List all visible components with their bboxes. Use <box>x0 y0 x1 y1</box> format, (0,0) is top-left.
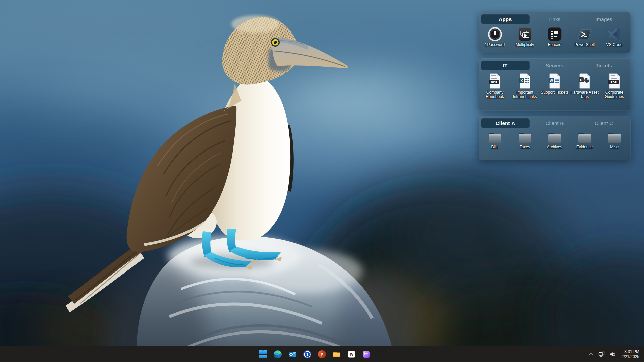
outlook-button[interactable] <box>285 348 300 361</box>
file-explorer-button[interactable] <box>329 348 344 361</box>
fence-panel-it: IT Servers Tickets PDF Company Handbook <box>479 58 631 111</box>
shortcut-company-handbook[interactable]: PDF Company Handbook <box>480 72 510 99</box>
shortcut-corporate-guidelines[interactable]: PDF Corporate Guidelines <box>599 72 629 99</box>
excel-document-icon: X <box>518 72 532 89</box>
folder-icon <box>577 130 592 144</box>
svg-text:X: X <box>520 79 523 83</box>
svg-text:P: P <box>580 78 582 82</box>
svg-text:N: N <box>350 351 354 357</box>
1password-icon <box>488 26 502 42</box>
multiplicity-icon <box>518 26 532 42</box>
vscode-icon <box>607 26 622 42</box>
svg-text:W: W <box>550 79 553 83</box>
pdf-document-icon: PDF <box>488 72 502 89</box>
chevron-up-icon <box>588 352 594 357</box>
clock-time: 3:31 PM <box>622 349 639 354</box>
folder-bills[interactable]: Bills <box>480 130 510 149</box>
powerpoint-document-icon: P <box>578 72 591 89</box>
shortcut-support-tickets[interactable]: W Support Tickets <box>540 72 570 99</box>
taskbar-app-icons: 1 P N <box>256 346 374 362</box>
shortcut-label: Taxes <box>520 145 530 149</box>
fence-panel-apps: Apps Links Images 1Password <box>479 12 631 53</box>
tab-images[interactable]: Images <box>580 14 628 24</box>
folder-archives[interactable]: Archives <box>540 130 570 149</box>
tab-servers[interactable]: Servers <box>530 61 579 70</box>
shortcut-fences[interactable]: Fences <box>540 26 570 47</box>
windows-start-icon <box>259 350 267 358</box>
pdf-document-icon: PDF <box>608 72 621 89</box>
desktop-wallpaper <box>0 0 644 362</box>
1password-button[interactable]: 1 <box>300 348 315 361</box>
svg-text:P: P <box>321 352 324 357</box>
shortcut-label: Important Intranet Links <box>510 90 540 99</box>
folder-misc[interactable]: Misc <box>599 130 629 149</box>
svg-text:PDF: PDF <box>491 81 497 84</box>
wallpaper-scene <box>0 0 644 362</box>
folder-icon <box>517 130 533 144</box>
fences-icon <box>547 26 562 42</box>
shortcut-label: Corporate Guidelines <box>600 90 629 99</box>
fence-clients-tabs: Client A Client B Client C <box>479 116 631 128</box>
file-explorer-icon <box>332 350 341 359</box>
fence-apps-tabs: Apps Links Images <box>479 12 631 24</box>
shortcut-multiplicity[interactable]: Multiplicity <box>510 26 540 47</box>
folder-taxes[interactable]: Taxes <box>510 130 540 149</box>
shortcut-label: Company Handbook <box>480 90 510 99</box>
powerpoint-icon: P <box>318 350 326 359</box>
svg-text:1: 1 <box>306 352 309 357</box>
tab-links[interactable]: Links <box>530 14 579 24</box>
tab-client-b[interactable]: Client B <box>530 118 579 128</box>
powershell-icon <box>577 26 592 42</box>
svg-text:PDF: PDF <box>610 81 617 84</box>
taskbar-clock[interactable]: 3:31 PM 2/21/2025 <box>619 349 639 359</box>
fence-it-tabs: IT Servers Tickets <box>479 58 631 70</box>
shortcut-label: VS Code <box>606 43 622 47</box>
shortcut-label: 1Password <box>485 43 505 47</box>
shortcut-1password[interactable]: 1Password <box>480 26 510 47</box>
folder-icon <box>487 130 503 144</box>
shortcut-label: Hardware Asset Tags <box>570 90 599 99</box>
taskbar-tray: 3:31 PM 2/21/2025 <box>587 346 644 362</box>
shortcut-label: Bills <box>491 145 498 149</box>
shortcut-label: Support Tickets <box>541 90 569 95</box>
word-document-icon: W <box>548 72 561 89</box>
tab-client-a[interactable]: Client A <box>481 118 530 128</box>
clipchamp-button[interactable] <box>359 348 374 361</box>
shortcut-label: Misc <box>610 145 619 149</box>
powerpoint-button[interactable]: P <box>315 348 329 361</box>
network-icon <box>598 351 605 357</box>
tab-tickets[interactable]: Tickets <box>580 61 628 70</box>
shortcut-label: Multiplicity <box>516 43 534 47</box>
tab-apps[interactable]: Apps <box>481 14 530 24</box>
fence-panel-clients: Client A Client B Client C Bills <box>479 116 631 160</box>
shortcut-label: PowerShell <box>574 43 595 47</box>
volume-tray-button[interactable] <box>608 348 618 360</box>
clipchamp-icon <box>362 350 371 359</box>
hidden-icons-chevron[interactable] <box>587 348 595 360</box>
taskbar: 1 P N <box>0 346 644 362</box>
folder-icon <box>607 130 622 144</box>
shortcut-label: Fences <box>548 43 561 47</box>
start-button[interactable] <box>256 348 270 361</box>
tab-client-c[interactable]: Client C <box>580 118 628 128</box>
edge-icon <box>273 350 282 359</box>
bird-eye <box>271 38 280 47</box>
clock-date: 2/21/2025 <box>622 354 639 359</box>
notion-button[interactable]: N <box>344 348 359 361</box>
folder-evidence[interactable]: Evidence <box>570 130 599 149</box>
notion-icon: N <box>347 350 356 359</box>
shortcut-hardware-asset-tags[interactable]: P Hardware Asset Tags <box>570 72 599 99</box>
shortcut-powershell[interactable]: PowerShell <box>570 26 599 47</box>
network-tray-button[interactable] <box>597 348 607 360</box>
shortcut-label: Archives <box>547 145 562 149</box>
tab-it[interactable]: IT <box>481 61 530 70</box>
edge-button[interactable] <box>270 348 285 361</box>
1password-icon: 1 <box>303 350 312 359</box>
folder-icon <box>547 130 562 144</box>
shortcut-label: Evidence <box>576 145 593 149</box>
volume-icon <box>610 352 616 357</box>
shortcut-vscode[interactable]: VS Code <box>599 26 629 47</box>
shortcut-important-intranet-links[interactable]: X Important Intranet Links <box>510 72 540 99</box>
outlook-icon <box>288 350 297 359</box>
